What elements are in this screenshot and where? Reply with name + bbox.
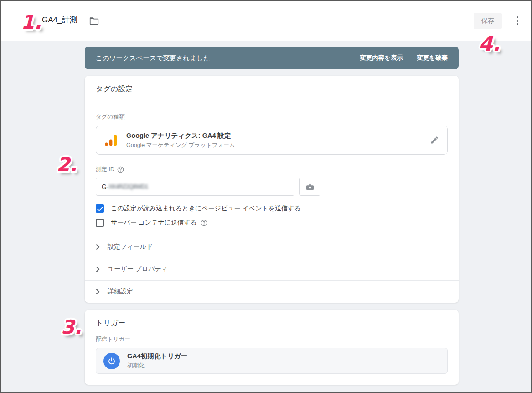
trigger-name: GA4初期化トリガー: [127, 352, 187, 360]
folder-icon[interactable]: [89, 17, 99, 25]
measurement-id-input[interactable]: G-XK4RZ2Q8WD1: [96, 178, 294, 196]
chevron-right-icon: [96, 244, 100, 250]
expander-configuration-fields[interactable]: 設定フィールド: [85, 236, 459, 258]
server-container-label-text: サーバー コンテナに送信する: [111, 219, 197, 227]
trigger-item[interactable]: GA4初期化トリガー 初期化: [96, 348, 448, 374]
workspace-changed-banner: このワークスペースで変更されました 変更内容を表示 変更を破棄: [85, 47, 459, 69]
save-button[interactable]: 保存: [474, 13, 502, 29]
tag-type-label: タグの種類: [96, 113, 448, 121]
server-container-checkbox-label: サーバー コンテナに送信する: [111, 219, 207, 227]
expander-label: 詳細設定: [108, 288, 133, 296]
expander-label: 設定フィールド: [108, 243, 153, 251]
help-icon[interactable]: [117, 166, 124, 173]
expander-label: ユーザー プロパティ: [108, 265, 168, 273]
measurement-id-row: G-XK4RZ2Q8WD1: [96, 178, 448, 196]
tag-card-title: タグの設定: [85, 76, 459, 103]
variable-brick-icon: [305, 183, 315, 191]
header: GA4_計測 保存: [1, 1, 531, 41]
variable-picker-button[interactable]: [299, 178, 320, 196]
main-column: このワークスペースで変更されました 変更内容を表示 変更を破棄 タグの設定 タグ…: [85, 47, 459, 385]
server-container-checkbox[interactable]: [96, 219, 104, 227]
trigger-power-icon: [103, 353, 120, 369]
chevron-right-icon: [96, 288, 100, 295]
pageview-checkbox-label: この設定が読み込まれるときにページビュー イベントを送信する: [111, 204, 301, 213]
tag-card-body: タグの種類 Google アナリティクス: GA4 設定 Google マーケテ…: [85, 103, 459, 227]
chevron-right-icon: [96, 266, 100, 272]
edit-tag-type-icon[interactable]: [430, 136, 439, 145]
annotation-step-3: 3.: [61, 318, 82, 337]
trigger-card: トリガー 配信トリガー GA4初期化トリガー 初期化: [85, 310, 459, 385]
expander-user-properties[interactable]: ユーザー プロパティ: [85, 258, 459, 280]
tag-type-selector[interactable]: Google アナリティクス: GA4 設定 Google マーケティング プラ…: [96, 126, 448, 155]
expander-advanced-settings[interactable]: 詳細設定: [85, 280, 459, 303]
banner-actions: 変更内容を表示 変更を破棄: [360, 54, 448, 62]
trigger-card-title: トリガー: [85, 310, 459, 332]
server-container-checkbox-row: サーバー コンテナに送信する: [96, 219, 448, 227]
measurement-id-prefix: G-: [102, 183, 109, 190]
tag-type-text: Google アナリティクス: GA4 設定 Google マーケティング プラ…: [126, 131, 235, 149]
google-analytics-icon: [104, 134, 117, 147]
discard-changes-link[interactable]: 変更を破棄: [417, 54, 448, 62]
banner-message: このワークスペースで変更されました: [96, 54, 210, 63]
show-changes-link[interactable]: 変更内容を表示: [360, 54, 403, 62]
pageview-checkbox-row: この設定が読み込まれるときにページビュー イベントを送信する: [96, 204, 448, 213]
measurement-id-section: 測定 ID G-XK4RZ2Q8WD1: [96, 166, 448, 227]
measurement-id-masked-value: XK4RZ2Q8WD1: [109, 183, 148, 190]
tag-type-platform: Google マーケティング プラットフォーム: [126, 141, 235, 149]
tag-configuration-card: タグの設定 タグの種類 Google アナリティクス: GA4 設定 Googl…: [85, 76, 459, 303]
tag-name-field[interactable]: GA4_計測: [41, 14, 81, 28]
trigger-card-body: 配信トリガー GA4初期化トリガー 初期化: [85, 332, 459, 374]
pageview-checkbox[interactable]: [96, 204, 104, 213]
help-icon[interactable]: [201, 220, 207, 226]
tag-type-name: Google アナリティクス: GA4 設定: [126, 131, 235, 140]
trigger-type: 初期化: [127, 362, 187, 370]
expander-list: 設定フィールド ユーザー プロパティ 詳細設定: [85, 236, 459, 303]
measurement-id-label: 測定 ID: [96, 166, 114, 173]
gtm-tag-editor-window: GA4_計測 保存 このワークスペースで変更されました 変更内容を表示 変更を破…: [0, 0, 532, 393]
measurement-id-label-row: 測定 ID: [96, 166, 448, 173]
firing-triggers-label: 配信トリガー: [96, 335, 448, 343]
more-menu-icon[interactable]: [514, 14, 521, 28]
annotation-step-2: 2.: [57, 155, 77, 174]
trigger-text: GA4初期化トリガー 初期化: [127, 352, 187, 370]
